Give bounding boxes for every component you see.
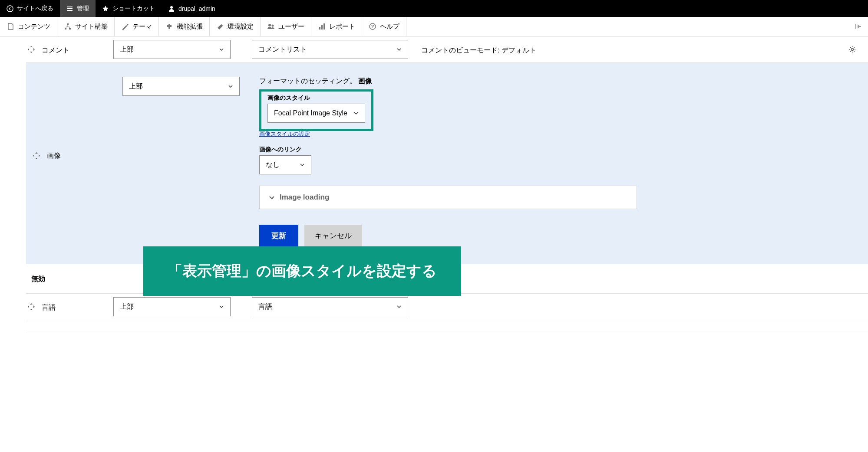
menu-config-label: 環境設定 <box>228 23 254 31</box>
back-to-site-label: サイトへ戻る <box>17 5 53 13</box>
menu-content[interactable]: コンテンツ <box>0 17 57 36</box>
back-icon <box>7 5 13 12</box>
heading-text: フォーマットのセッティング。 <box>259 77 356 85</box>
back-to-site[interactable]: サイトへ戻る <box>0 0 60 17</box>
menu-reports-label: レポート <box>329 23 355 31</box>
image-style-label: 画像のスタイル <box>267 94 365 102</box>
region-select[interactable]: 上部 <box>113 297 231 316</box>
svg-rect-8 <box>321 25 323 29</box>
manage-toggle[interactable]: 管理 <box>60 0 96 17</box>
menu-help-label: ヘルプ <box>380 23 399 31</box>
menu-structure[interactable]: サイト構築 <box>57 17 115 36</box>
settings-button[interactable] <box>847 44 858 55</box>
help-icon: ? <box>369 23 376 30</box>
region-select-value: 上部 <box>120 302 134 311</box>
format-select-value: コメントリスト <box>258 45 307 54</box>
image-edit-panel: 画像 上部 フォーマットのセッティング。 画像 画像のスタイル Focal Po… <box>26 63 868 264</box>
svg-point-0 <box>7 6 13 12</box>
collapse-icon <box>854 22 863 31</box>
people-icon <box>267 23 275 30</box>
extend-icon <box>165 23 173 30</box>
region-select[interactable]: 上部 <box>122 77 240 96</box>
user-icon <box>168 5 175 12</box>
image-link-select[interactable]: なし <box>259 155 311 174</box>
hamburger-icon <box>66 5 73 12</box>
drag-handle[interactable] <box>26 301 36 312</box>
heading-bold: 画像 <box>358 77 372 85</box>
shortcuts-link[interactable]: ショートカット <box>96 0 162 17</box>
field-label: 言語 <box>42 297 113 312</box>
content-icon <box>7 23 14 30</box>
menu-extend-label: 機能拡張 <box>177 23 203 31</box>
topbar: サイトへ戻る 管理 ショートカット drupal_admin <box>0 0 868 17</box>
config-icon <box>216 23 224 30</box>
format-select[interactable]: コメントリスト <box>252 40 408 59</box>
image-style-value: Focal Point Image Style <box>274 109 347 117</box>
user-label: drupal_admin <box>178 5 215 12</box>
svg-point-6 <box>272 25 274 27</box>
region-select[interactable]: 上部 <box>113 40 231 59</box>
star-icon <box>102 5 109 12</box>
image-link-label: 画像へのリンク <box>259 146 868 154</box>
menu-help[interactable]: ? ヘルプ <box>362 17 406 36</box>
svg-rect-4 <box>69 28 71 29</box>
appearance-icon <box>121 23 129 30</box>
image-style-settings-link[interactable]: 画像スタイルの設定 <box>259 131 310 137</box>
field-label: 画像 <box>47 151 61 160</box>
field-row-language: 言語 上部 言語 <box>26 294 868 320</box>
menu-people-label: ユーザー <box>278 23 304 31</box>
collapse-toolbar[interactable] <box>849 22 868 31</box>
menu-reports[interactable]: レポート <box>311 17 362 36</box>
menu-people[interactable]: ユーザー <box>261 17 311 36</box>
svg-rect-3 <box>65 28 66 29</box>
shortcuts-label: ショートカット <box>112 5 155 13</box>
chevron-down-icon <box>268 194 275 201</box>
svg-text:?: ? <box>371 24 374 29</box>
format-settings-heading: フォーマットのセッティング。 画像 <box>259 77 868 86</box>
structure-icon <box>64 23 72 30</box>
format-summary: コメントのビューモード: デフォルト <box>421 40 847 55</box>
drag-handle[interactable] <box>31 151 42 161</box>
image-link-value: なし <box>266 160 280 170</box>
format-select[interactable]: 言語 <box>252 297 408 316</box>
svg-point-5 <box>268 24 271 26</box>
image-style-select[interactable]: Focal Point Image Style <box>267 104 365 123</box>
drag-handle[interactable] <box>26 44 36 55</box>
field-label: コメント <box>42 40 113 55</box>
update-button[interactable]: 更新 <box>259 225 298 247</box>
menu-appearance-label: テーマ <box>132 23 152 31</box>
svg-rect-7 <box>319 27 320 29</box>
menu-extend[interactable]: 機能拡張 <box>159 17 210 36</box>
menu-structure-label: サイト構築 <box>75 23 108 31</box>
svg-point-1 <box>170 6 173 9</box>
region-select-value: 上部 <box>129 82 143 91</box>
svg-rect-9 <box>323 23 325 29</box>
svg-rect-2 <box>67 23 69 25</box>
highlight-box: 画像のスタイル Focal Point Image Style <box>259 89 373 131</box>
cancel-button[interactable]: キャンセル <box>304 225 362 247</box>
image-loading-details[interactable]: Image loading <box>259 186 637 209</box>
menu-config[interactable]: 環境設定 <box>210 17 261 36</box>
annotation-banner: 「表示管理」の画像スタイルを設定する <box>143 246 461 296</box>
admin-menu: コンテンツ サイト構築 テーマ 機能拡張 環境設定 ユーザー レポート ? ヘル… <box>0 17 868 36</box>
reports-icon <box>318 23 326 30</box>
region-select-value: 上部 <box>120 45 134 54</box>
svg-point-12 <box>851 49 854 51</box>
menu-appearance[interactable]: テーマ <box>115 17 159 36</box>
menu-content-label: コンテンツ <box>18 23 50 31</box>
manage-label: 管理 <box>77 5 89 13</box>
format-select-value: 言語 <box>258 302 272 311</box>
image-loading-label: Image loading <box>280 193 329 202</box>
user-menu[interactable]: drupal_admin <box>162 0 222 17</box>
field-row-comment: コメント 上部 コメントリスト コメントのビューモード: デフォルト <box>26 36 868 63</box>
